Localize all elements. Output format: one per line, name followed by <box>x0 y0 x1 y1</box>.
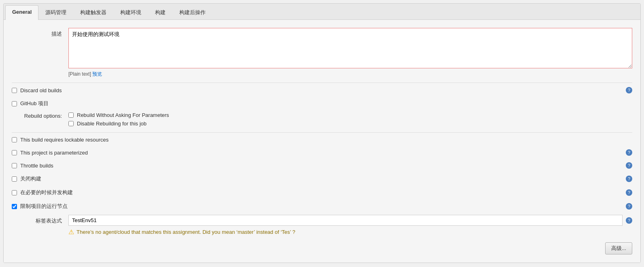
tab-post[interactable]: 构建后操作 <box>172 5 213 19</box>
warning-icon: ⚠ <box>68 228 74 236</box>
concurrent-builds-help-icon[interactable]: ? <box>626 189 632 196</box>
lockable-resources-label: This build requires lockable resources <box>20 137 108 143</box>
disable-rebuilding-checkbox[interactable] <box>68 121 74 126</box>
rebuild-options-row: Rebuild options: Rebuild Without Asking … <box>12 112 632 129</box>
restrict-nodes-label: 限制项目的运行节点 <box>20 203 68 210</box>
concurrent-builds-label: 在必要的时候并发构建 <box>20 189 73 196</box>
label-expression-input[interactable] <box>68 215 623 226</box>
checkbox-concurrent-builds: 在必要的时候并发构建 ? <box>12 187 632 198</box>
tab-build[interactable]: 构建 <box>148 5 172 19</box>
rebuild-without-asking-option: Rebuild Without Asking For Parameters <box>68 112 632 118</box>
tab-content: 描述 [Plain text] 预览 Discard old builds ? <box>4 20 640 263</box>
disable-rebuilding-label: Disable Rebuilding for this job <box>77 121 147 127</box>
plain-text-hint: [Plain text] 预览 <box>68 71 632 78</box>
description-row: 描述 [Plain text] 预览 <box>12 28 632 78</box>
github-project-checkbox[interactable] <box>12 101 17 106</box>
tab-source[interactable]: 源码管理 <box>38 5 73 19</box>
warning-text: There’s no agent/cloud that matches this… <box>77 229 295 235</box>
checkbox-restrict-nodes: 限制项目的运行节点 ? <box>12 201 632 212</box>
warning-message: ⚠ There’s no agent/cloud that matches th… <box>68 228 632 236</box>
preview-link[interactable]: 预览 <box>92 71 102 77</box>
concurrent-builds-checkbox[interactable] <box>12 190 17 195</box>
checkbox-disable-build: 关闭构建 ? <box>12 174 632 184</box>
rebuild-without-asking-label: Rebuild Without Asking For Parameters <box>77 112 169 118</box>
disable-build-help-icon[interactable]: ? <box>626 176 632 182</box>
disable-build-label: 关闭构建 <box>20 175 41 182</box>
parameterized-help-icon[interactable]: ? <box>626 149 632 156</box>
label-expression-control-area: ? ⚠ There’s no agent/cloud that matches … <box>68 215 632 236</box>
tab-general[interactable]: General <box>5 5 38 20</box>
advanced-button[interactable]: 高级... <box>605 242 632 254</box>
checkbox-discard-old-builds: Discard old builds ? <box>12 85 632 95</box>
rebuild-without-asking-checkbox[interactable] <box>68 112 74 118</box>
tab-triggers[interactable]: 构建触发器 <box>73 5 113 19</box>
description-textarea[interactable] <box>68 28 632 68</box>
rebuild-options-label: Rebuild options: <box>12 112 68 119</box>
restrict-nodes-checkbox[interactable] <box>12 204 17 209</box>
tab-container: General 源码管理 构建触发器 构建环境 构建 构建后操作 描述 [Pla… <box>3 3 641 263</box>
description-label: 描述 <box>12 28 68 38</box>
parameterized-checkbox[interactable] <box>12 150 17 155</box>
restrict-nodes-help-icon[interactable]: ? <box>626 203 632 210</box>
tab-bar: General 源码管理 构建触发器 构建环境 构建 构建后操作 <box>4 4 640 20</box>
rebuild-options-area: Rebuild Without Asking For Parameters Di… <box>68 112 632 129</box>
page-wrapper: General 源码管理 构建触发器 构建环境 构建 构建后操作 描述 [Pla… <box>0 0 644 267</box>
tab-env[interactable]: 构建环境 <box>113 5 148 19</box>
checkbox-throttle-builds: Throttle builds ? <box>12 161 632 170</box>
plain-text-label: [Plain text] <box>68 71 91 77</box>
lockable-resources-checkbox[interactable] <box>12 137 17 142</box>
throttle-builds-checkbox[interactable] <box>12 163 17 168</box>
throttle-builds-help-icon[interactable]: ? <box>626 162 632 169</box>
disable-build-checkbox[interactable] <box>12 176 17 182</box>
disable-rebuilding-option: Disable Rebuilding for this job <box>68 121 632 127</box>
label-expression-help-icon[interactable]: ? <box>626 217 632 224</box>
description-control-area: [Plain text] 预览 <box>68 28 632 78</box>
throttle-builds-label: Throttle builds <box>20 163 53 169</box>
checkbox-parameterized: This project is parameterized ? <box>12 148 632 157</box>
discard-old-label: Discard old builds <box>20 87 62 93</box>
label-expression-row: 标签表达式 ? ⚠ There’s no agent/cloud that ma… <box>12 215 632 236</box>
discard-old-checkbox[interactable] <box>12 88 17 93</box>
parameterized-label: This project is parameterized <box>20 150 88 156</box>
section-divider-1 <box>12 83 632 83</box>
advanced-button-row: 高级... <box>12 242 632 254</box>
section-divider-2 <box>12 132 632 133</box>
checkbox-lockable-resources: This build requires lockable resources <box>12 135 632 144</box>
label-expression-label: 标签表达式 <box>12 215 68 225</box>
discard-old-help-icon[interactable]: ? <box>626 87 632 93</box>
github-project-label: GitHub 项目 <box>20 100 49 107</box>
checkbox-github-project: GitHub 项目 <box>12 98 632 109</box>
